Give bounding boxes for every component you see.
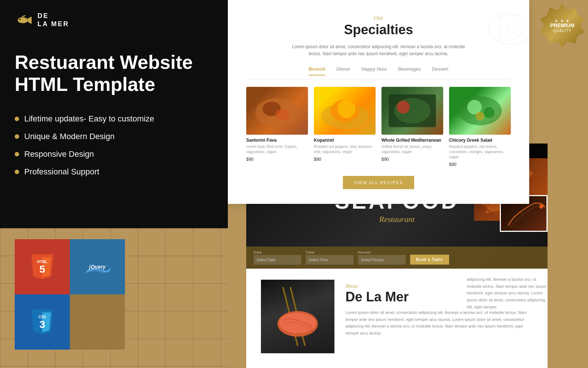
badge-quality-text: QUALITY [553,29,571,33]
tab-brunch[interactable]: Brunch [309,66,326,75]
booking-date-field: Date Select Date [254,251,301,265]
svg-text:5: 5 [39,263,45,275]
food-item-2: Kopanisti Roasted red peppers, feta, bou… [314,87,376,167]
feature-item: Professional Support [15,167,213,177]
svg-point-16 [275,109,290,120]
salmon-svg [261,280,334,353]
booking-date-select[interactable]: Select Date [254,255,301,265]
food-item-1: Santorini Fava Lorem fava, Red tomh, Cap… [246,87,308,167]
about-right-text: adipiscing elit. Aenean a lacinia orci, … [467,276,548,350]
food-desc-2: Roasted red peppers, feta, bourbon chili… [314,144,376,155]
logo-icon [15,11,33,29]
svg-point-0 [18,17,28,23]
about-section: About De La Mer Lorem ipsum dolor sit am… [246,269,548,368]
booking-time-select[interactable]: Select Time [306,255,354,265]
svg-point-26 [476,112,484,121]
logo-text: DE LA MER [37,12,69,28]
food-desc-3: Grilled fennel oil, lemon, crispy vagura… [381,144,443,155]
css3-icon: CSS 3 [31,309,53,335]
left-panel: DE LA MER Restuarant Website HTML Templa… [0,0,228,368]
food-desc-4: Roasted peppers, red onions, cucumbers, … [449,144,511,160]
tab-beverages[interactable]: Beverages [398,66,421,75]
left-panel-bottom: HTML 5 jQuery CSS 3 [0,228,228,368]
svg-text:jQuery: jQuery [89,264,106,270]
tab-dinner[interactable]: Dinner [336,66,350,75]
feature-item: Unique & Modern Design [15,132,213,141]
book-table-button[interactable]: Book a Table [410,255,449,265]
right-panel: ★ ★ ★ PREMIUM QUALITY Our Specialties Lo… [228,0,588,368]
view-all-button[interactable]: VIEW ALL RECIPES [343,176,414,189]
about-image [261,280,334,353]
specialties-desc: Lorem ipsum dolor sit amet, consectetur … [287,43,470,57]
main-title: Restuarant Website HTML Template [15,52,213,96]
premium-badge-inner: ★ ★ ★ PREMIUM QUALITY [540,4,584,48]
tab-dessert[interactable]: Dessert [432,66,448,75]
badge-premium-text: PREMIUM [550,23,574,28]
feature-item: Responsive Design [15,149,213,159]
left-panel-top: DE LA MER Restuarant Website HTML Templa… [0,0,228,228]
food-name-1: Santorini Fava [246,138,308,143]
svg-point-35 [279,313,316,333]
food-name-3: Whole Grilled Mediterranean [381,138,443,143]
tab-happy-hour[interactable]: Happy Hour [362,66,387,75]
booking-time-field: Time Select Time [306,251,354,265]
sketch-decor [456,0,529,74]
restaurant-text: Restaurant [379,215,415,224]
premium-badge: ★ ★ ★ PREMIUM QUALITY [540,4,584,48]
food-price-1: $90 [246,157,308,162]
food-image-2 [314,87,376,135]
logo: DE LA MER [15,11,213,29]
features-list: Lifetime updates- Easy to customize Uniq… [15,114,213,177]
svg-point-19 [337,100,355,118]
food-price-2: $90 [314,157,376,162]
svg-marker-1 [28,17,32,24]
food-grid: Santorini Fava Lorem fava, Red tomh, Cap… [246,87,511,167]
tech-cell-jquery: jQuery [70,239,125,294]
food-price-4: $90 [449,162,511,167]
tech-cell-html: HTML 5 [15,239,70,294]
svg-text:3: 3 [39,319,45,330]
food-name-2: Kopanisti [314,138,376,143]
booking-person-label: Person [358,251,406,254]
food-item-4: Chicory Greek Salad Roasted peppers, red… [449,87,511,167]
svg-point-12 [489,15,529,44]
jquery-icon: jQuery [83,258,112,276]
tech-cell-css: CSS 3 [15,294,70,350]
bullet-icon [15,134,19,139]
bullet-icon [15,152,19,156]
food-image-3 [381,87,443,135]
food-name-4: Chicory Greek Salad [449,138,511,143]
booking-date-label: Date [254,251,301,254]
booking-time-label: Time [306,251,354,254]
tech-grid: HTML 5 jQuery CSS 3 [15,239,125,350]
food-price-3: $90 [381,157,443,162]
food-image-1 [246,87,308,135]
booking-person-select[interactable]: Select Person [358,255,406,265]
bullet-icon [15,117,19,121]
food-image-4 [449,87,511,135]
specialties-card: Our Specialties Lorem ipsum dolor sit am… [228,0,529,204]
svg-point-2 [19,19,21,20]
svg-point-13 [507,22,518,33]
svg-point-22 [397,101,410,114]
svg-point-25 [484,107,495,118]
svg-point-31 [539,204,544,209]
html5-icon: HTML 5 [31,254,53,279]
food-desc-1: Lorem fava, Red tomh, Capers, vaguranino… [246,144,308,155]
tech-cell-empty [70,294,125,350]
booking-person-field: Person Select Person [358,251,406,265]
bullet-icon [15,170,19,174]
feature-item: Lifetime updates- Easy to customize [15,114,213,124]
food-item-3: Whole Grilled Mediterranean Grilled fenn… [381,87,443,167]
